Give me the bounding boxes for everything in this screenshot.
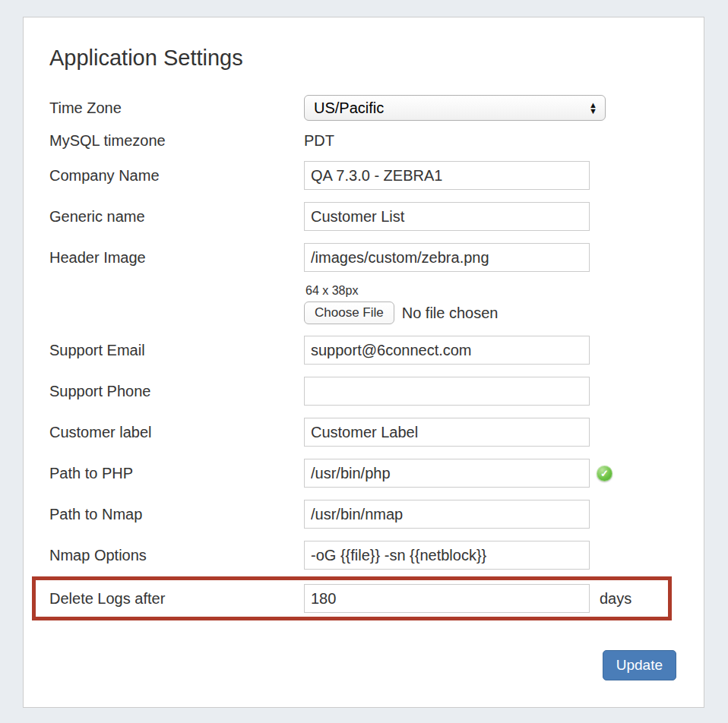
form-row-company-name: Company Name xyxy=(49,161,704,190)
path-nmap-field[interactable] xyxy=(304,500,590,529)
customer-label-label: Customer label xyxy=(49,424,304,441)
company-name-field[interactable] xyxy=(304,161,590,190)
support-phone-field[interactable] xyxy=(304,377,590,406)
timezone-label: Time Zone xyxy=(49,99,304,117)
form-row-timezone: Time Zone US/Pacific ▲ ▼ xyxy=(49,95,704,121)
delete-logs-field[interactable] xyxy=(304,584,590,613)
generic-name-label: Generic name xyxy=(49,208,304,226)
update-button[interactable]: Update xyxy=(603,650,676,680)
choose-file-button[interactable]: Choose File xyxy=(304,302,394,324)
form-row-nmap-options: Nmap Options xyxy=(49,541,704,570)
customer-label-field[interactable] xyxy=(304,418,590,447)
form-row-header-image: Header Image xyxy=(49,243,704,272)
path-nmap-label: Path to Nmap xyxy=(49,506,304,523)
page-title: Application Settings xyxy=(49,46,704,71)
nmap-options-label: Nmap Options xyxy=(49,547,304,564)
form-row-customer-label: Customer label xyxy=(49,418,704,447)
mysql-timezone-value: PDT xyxy=(304,131,334,150)
delete-logs-unit: days xyxy=(600,590,631,608)
file-controls: Choose File No file chosen xyxy=(304,302,498,324)
form-row-support-phone: Support Phone xyxy=(49,377,704,406)
company-name-label: Company Name xyxy=(49,167,304,185)
generic-name-field[interactable] xyxy=(304,202,590,231)
support-phone-label: Support Phone xyxy=(49,383,304,400)
form-row-path-php: Path to PHP ✓ xyxy=(49,459,704,488)
support-email-label: Support Email xyxy=(49,342,304,359)
form-row-mysql-timezone: MySQL timezone PDT xyxy=(49,131,704,150)
chevron-down-icon: ▼ xyxy=(589,108,597,114)
support-email-field[interactable] xyxy=(304,336,590,365)
delete-logs-label: Delete Logs after xyxy=(49,590,304,608)
header-image-label: Header Image xyxy=(49,249,304,267)
file-chosen-status: No file chosen xyxy=(402,305,499,322)
form-row-path-nmap: Path to Nmap xyxy=(49,500,704,529)
file-upload-group: 64 x 38px Choose File No file chosen xyxy=(304,284,498,324)
submit-row: Update xyxy=(49,650,704,680)
application-settings-panel: Application Settings Time Zone US/Pacifi… xyxy=(23,17,704,708)
header-image-field[interactable] xyxy=(304,243,590,272)
form-row-file-upload: 64 x 38px Choose File No file chosen xyxy=(49,284,704,324)
form-row-generic-name: Generic name xyxy=(49,202,704,231)
path-php-label: Path to PHP xyxy=(49,465,304,482)
mysql-timezone-label: MySQL timezone xyxy=(49,132,304,150)
check-circle-icon: ✓ xyxy=(597,466,612,481)
timezone-select-value: US/Pacific xyxy=(314,99,384,117)
nmap-options-field[interactable] xyxy=(304,541,590,570)
timezone-select[interactable]: US/Pacific ▲ ▼ xyxy=(304,95,606,121)
select-stepper-icon: ▲ ▼ xyxy=(589,102,597,114)
path-php-field[interactable] xyxy=(304,459,590,488)
form-row-support-email: Support Email xyxy=(49,336,704,365)
delete-logs-highlight-box: Delete Logs after days xyxy=(32,576,672,620)
file-size-hint: 64 x 38px xyxy=(305,284,498,298)
